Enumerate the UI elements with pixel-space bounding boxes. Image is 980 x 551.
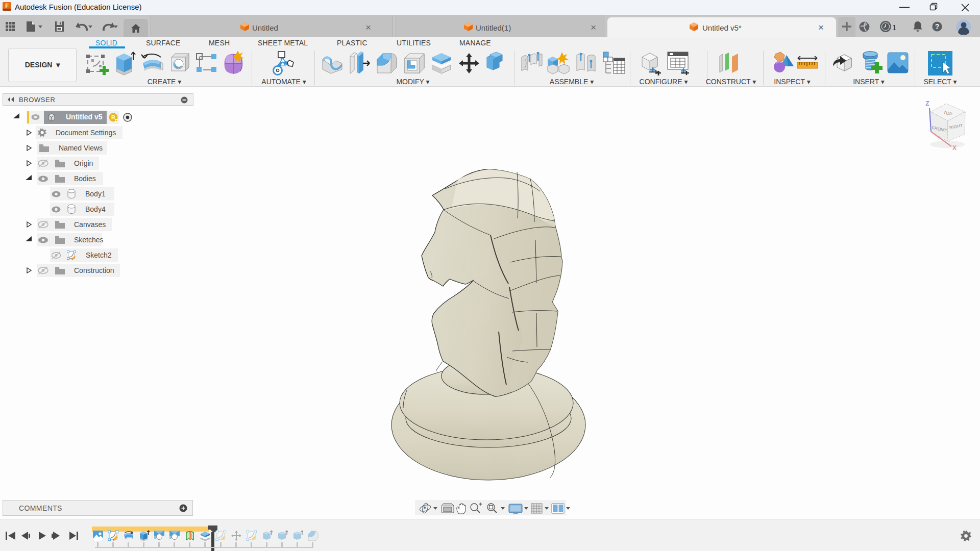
svg-text:X: X (952, 144, 957, 152)
svg-text:Z: Z (925, 100, 929, 107)
